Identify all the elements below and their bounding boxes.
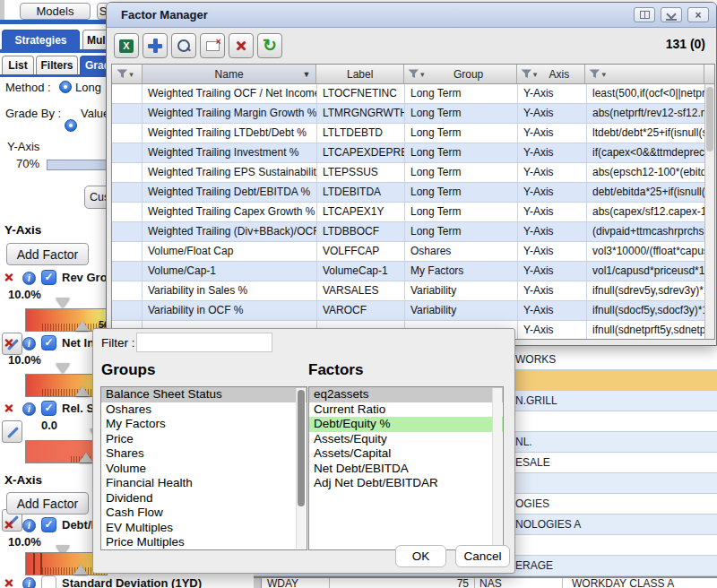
list-item[interactable]: Shares xyxy=(101,446,307,462)
factor-checkbox[interactable]: ✓ xyxy=(41,270,56,285)
tab-list[interactable]: List xyxy=(2,56,34,74)
list-item[interactable]: Net Debt/EBITDA xyxy=(309,462,503,477)
table-scrollbar[interactable] xyxy=(254,576,262,588)
list-item[interactable]: Adj Net Debt/EBITDAR xyxy=(309,476,503,491)
info-icon[interactable]: i xyxy=(22,402,36,416)
list-item[interactable]: Price xyxy=(101,432,307,447)
axis-slider-label: Y-Axis xyxy=(7,140,39,153)
list-item[interactable]: My Factors xyxy=(101,417,307,432)
table-row[interactable]: Weighted Trailing Debt/EBITDA %LTDEBITDA… xyxy=(112,183,714,203)
list-item[interactable]: Price Multiples xyxy=(101,535,307,550)
label-column-header[interactable]: Label xyxy=(316,65,404,83)
info-icon[interactable]: i xyxy=(22,337,36,350)
table-row[interactable]: Variability in Sales %VARSALESVariabilit… xyxy=(112,281,714,301)
filter-funnel-icon: ▾ xyxy=(521,69,538,79)
plus-icon xyxy=(148,39,162,53)
factor-checkbox[interactable]: ✓ xyxy=(41,517,56,532)
add-factor-button-yaxis[interactable]: Add Factor xyxy=(6,243,89,265)
factor-checkbox[interactable]: ✓ xyxy=(41,401,56,416)
gradeby-label: Grade By : xyxy=(5,107,61,120)
table-row[interactable]: WDAY 75 NAS WORKDAY CLASS A xyxy=(262,576,717,588)
list-item[interactable]: EV Multiples xyxy=(101,521,307,536)
scrollbar-header-stub xyxy=(704,65,714,83)
clear-icon: × xyxy=(206,41,220,51)
factor-checkbox[interactable]: ✓ xyxy=(41,335,56,350)
refresh-button[interactable]: ↻ xyxy=(257,33,282,58)
axis-column-header[interactable]: ▾ Axis xyxy=(517,65,586,83)
factor-checkbox[interactable] xyxy=(41,575,56,588)
add-factor-button-xaxis[interactable]: Add Factor xyxy=(6,492,89,514)
gradient-marker-handle[interactable] xyxy=(79,453,93,463)
list-item-selected[interactable]: Debt/Equity % xyxy=(309,417,503,432)
gradient-marker-handle[interactable] xyxy=(75,386,90,396)
list-item[interactable]: Assets/Equity xyxy=(309,432,503,447)
list-item[interactable]: Dividend xyxy=(101,491,307,506)
cancel-button[interactable]: Cancel xyxy=(455,545,510,567)
filter-input[interactable] xyxy=(136,333,272,352)
gradeby-radio-value[interactable] xyxy=(65,119,77,132)
table-row[interactable]: Weighted Trailing OCF / Net Income %LTOC… xyxy=(112,84,714,104)
factors-heading: Factors xyxy=(308,361,363,379)
list-item[interactable]: eq2assets xyxy=(309,387,503,402)
table-row[interactable]: Volume/Float CapVOLFFCAPOsharesY-Axisvol… xyxy=(112,242,714,262)
list-item[interactable]: Oshares xyxy=(101,402,307,418)
group-column-header[interactable]: ▾ Group xyxy=(404,65,517,83)
table-row[interactable]: Weighted Trailing LTDebt/Debt %LTLTDEBTD… xyxy=(112,124,714,143)
gradient-marker-handle[interactable] xyxy=(75,321,90,331)
edit-gradient-button[interactable] xyxy=(2,420,22,443)
delete-button[interactable]: × xyxy=(229,33,254,58)
table-scrollbar[interactable] xyxy=(704,84,714,339)
delete-factor-icon[interactable]: × xyxy=(4,272,13,284)
formula-column-header[interactable]: ▾ xyxy=(585,65,704,83)
scrollbar-thumb[interactable] xyxy=(706,87,713,151)
ok-button[interactable]: OK xyxy=(395,545,446,567)
threshold-line xyxy=(33,553,35,575)
list-item[interactable]: Balance Sheet Status xyxy=(101,387,307,402)
info-icon[interactable]: i xyxy=(22,577,36,588)
name-column-header[interactable]: Name ▼ xyxy=(143,65,316,83)
info-icon[interactable]: i xyxy=(22,519,36,532)
dialog-titlebar[interactable]: Factor Manager xyxy=(107,3,716,28)
filter-column-header[interactable]: ▾ xyxy=(112,65,143,83)
list-item[interactable]: Current Ratio xyxy=(309,402,503,418)
tab-filters[interactable]: Filters xyxy=(36,56,78,74)
factor-name: Standard Deviation (1YD) xyxy=(62,576,202,588)
delete-factor-icon[interactable]: × xyxy=(4,577,13,588)
list-scrollbar[interactable] xyxy=(296,388,306,549)
list-item[interactable]: Cash Flow xyxy=(101,506,307,521)
delete-factor-icon[interactable]: × xyxy=(4,402,13,415)
delete-factor-icon[interactable]: × xyxy=(4,337,13,350)
gradient-marker-handle[interactable] xyxy=(73,565,88,575)
company-name-cell: WORKDAY CLASS A xyxy=(563,578,717,588)
delete-factor-icon[interactable]: × xyxy=(4,519,13,532)
list-item[interactable]: Assets/Capital xyxy=(309,446,503,462)
gradient-marker-handle[interactable] xyxy=(56,298,70,307)
scrollbar-thumb[interactable] xyxy=(298,390,305,506)
inspect-button[interactable] xyxy=(171,33,196,58)
close-button[interactable]: × xyxy=(687,7,709,22)
split-view-button[interactable] xyxy=(634,7,655,22)
list-item[interactable]: Financial Health xyxy=(101,476,307,491)
table-row[interactable]: Weighted Trailing (Div+BBack)/OCF %LTDBB… xyxy=(112,222,714,242)
filter-label: Filter : xyxy=(101,336,135,350)
models-button[interactable]: Models xyxy=(20,3,91,20)
table-row[interactable]: Variability in OCF %VAROCFVariabilityY-A… xyxy=(112,301,714,321)
method-radio-long[interactable] xyxy=(59,81,72,93)
factors-listbox: eq2assets Current Ratio Debt/Equity % As… xyxy=(308,386,504,550)
table-row[interactable]: Weighted Trailing Margin Growth %LTMRGNG… xyxy=(112,104,714,124)
table-row[interactable]: Volume/Cap-1VolumeCap-1My FactorsY-Axisv… xyxy=(112,262,714,281)
table-row[interactable]: Weighted Trailing Capex Growth %LTCAPEX1… xyxy=(112,203,714,222)
add-factor-button[interactable] xyxy=(143,33,168,58)
minimize-button[interactable] xyxy=(661,7,682,22)
list-item[interactable]: Volume xyxy=(101,462,307,477)
top-divider xyxy=(0,20,109,24)
table-row[interactable]: Weighted Trailing EPS Sustainability %LT… xyxy=(112,163,714,183)
clear-button[interactable]: × xyxy=(200,33,225,58)
table-row[interactable]: Weighted Trailing Investment %LTCAPEXDEP… xyxy=(112,143,714,163)
info-icon[interactable]: i xyxy=(22,272,36,285)
export-excel-button[interactable]: X xyxy=(114,33,139,58)
list-scrollbar[interactable] xyxy=(492,388,502,549)
axis-slider-track[interactable] xyxy=(47,160,109,170)
tab-strategies[interactable]: Strategies xyxy=(2,30,80,49)
gradient-marker-handle[interactable] xyxy=(56,363,70,373)
